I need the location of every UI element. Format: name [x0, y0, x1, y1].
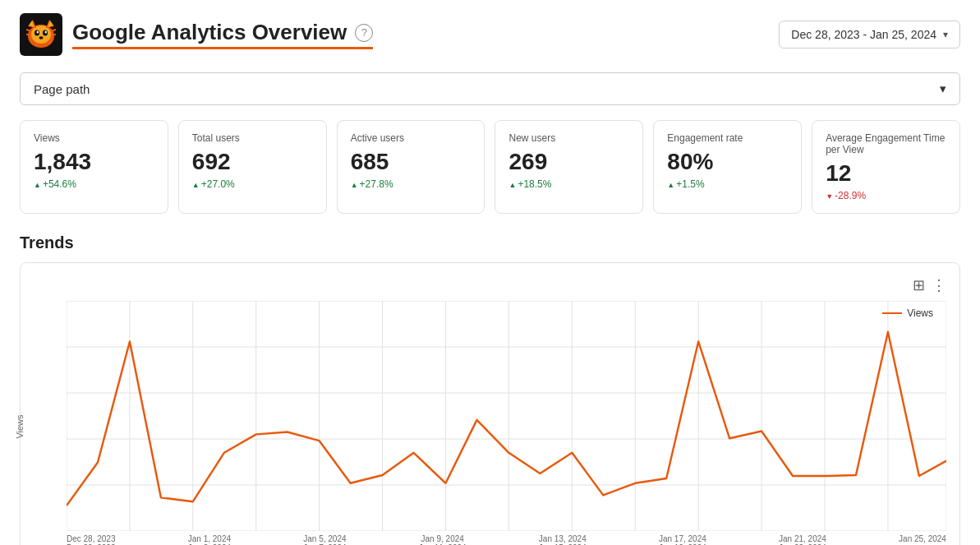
x-label: Jan 1, 2024 Jan 3, 2024 — [188, 534, 231, 545]
chart-area: 150 100 50 0 — [67, 301, 946, 531]
metric-change: +54.6% — [34, 178, 154, 190]
date-range-selector[interactable]: Dec 28, 2023 - Jan 25, 2024 ▾ — [779, 21, 960, 48]
arrow-up-icon — [192, 178, 200, 190]
arrow-down-icon — [826, 190, 833, 201]
metrics-row: Views1,843 +54.6%Total users692 +27.0%Ac… — [20, 120, 960, 214]
metric-change: -28.9% — [826, 190, 946, 201]
metric-card-1: Total users692 +27.0% — [178, 120, 327, 214]
x-label: Jan 5, 2024 Jan 7, 2024 — [303, 534, 346, 545]
x-label: Jan 9, 2024 Jan 11, 2024 — [419, 534, 467, 545]
metric-label: Active users — [351, 132, 472, 144]
title-underline — [72, 47, 373, 49]
page-title: Google Analytics Overview — [72, 20, 347, 45]
arrow-up-icon — [351, 178, 358, 190]
x-label: Dec 28, 2023 Dec 30, 2023 — [67, 534, 116, 545]
metric-change-text: +1.5% — [676, 178, 704, 190]
metric-change: +1.5% — [667, 178, 788, 190]
main-container: Google Analytics Overview ? Dec 28, 2023… — [0, 0, 980, 545]
metric-label: Engagement rate — [667, 132, 788, 144]
metric-label: Average Engagement Time per View — [826, 132, 946, 155]
header: Google Analytics Overview ? Dec 28, 2023… — [20, 13, 960, 56]
x-axis-labels: Dec 28, 2023 Dec 30, 2023 Jan 1, 2024 Ja… — [67, 531, 946, 545]
metric-card-4: Engagement rate80% +1.5% — [653, 120, 802, 214]
help-icon[interactable]: ? — [355, 24, 373, 42]
trends-title: Trends — [20, 233, 960, 252]
x-label: Jan 21, 2024 Jan 23, 2024 — [779, 534, 826, 545]
legend-line — [882, 312, 902, 314]
metric-change: +27.8% — [351, 178, 472, 190]
metric-label: Views — [34, 132, 154, 144]
arrow-up-icon — [508, 178, 516, 190]
metric-value: 685 — [351, 149, 472, 175]
legend-label: Views — [907, 307, 933, 319]
x-label: Jan 25, 2024 — [899, 534, 946, 545]
svg-point-10 — [45, 31, 47, 34]
metric-change-text: +27.8% — [360, 178, 393, 190]
date-range-label: Dec 28, 2023 - Jan 25, 2024 — [791, 28, 936, 41]
metric-card-3: New users269 +18.5% — [495, 120, 643, 214]
metric-card-2: Active users685 +27.8% — [337, 120, 485, 214]
title-block: Google Analytics Overview ? — [72, 20, 373, 49]
metric-value: 80% — [667, 149, 788, 175]
page-path-selector[interactable]: Page path ▾ — [20, 72, 960, 105]
metric-value: 269 — [508, 149, 629, 175]
arrow-up-icon — [667, 178, 674, 190]
path-selector-chevron: ▾ — [940, 81, 946, 96]
line-chart-overlay — [67, 301, 946, 531]
chart-type-icon[interactable]: ⊞ — [913, 276, 925, 294]
metric-card-5: Average Engagement Time per View12 -28.9… — [812, 120, 960, 214]
metric-label: New users — [508, 132, 629, 144]
metric-change-text: -28.9% — [835, 190, 866, 201]
header-left: Google Analytics Overview ? — [20, 13, 373, 56]
metric-value: 12 — [826, 160, 946, 187]
chart-toolbar: ⊞ ⋮ — [34, 276, 946, 294]
metric-value: 692 — [192, 149, 313, 175]
chart-wrapper: Views 150 100 50 0 — [34, 301, 946, 545]
metric-change: +18.5% — [508, 178, 629, 190]
chart-container: ⊞ ⋮ Views 150 100 — [20, 262, 960, 545]
metric-change: +27.0% — [192, 178, 313, 190]
x-label: Jan 17, 2024 Jan 19, 2024 — [659, 534, 706, 545]
svg-point-11 — [39, 36, 44, 39]
trends-section: Trends ⊞ ⋮ Views — [20, 233, 960, 545]
y-axis-label: Views — [15, 414, 25, 438]
arrow-up-icon — [34, 178, 41, 190]
metric-change-text: +54.6% — [43, 178, 76, 190]
svg-point-9 — [37, 31, 39, 34]
metric-card-0: Views1,843 +54.6% — [20, 120, 168, 214]
svg-point-2 — [31, 25, 51, 44]
x-label: Jan 13, 2024 Jan 15, 2024 — [539, 534, 587, 545]
chart-more-icon[interactable]: ⋮ — [932, 276, 946, 294]
metric-change-text: +27.0% — [201, 178, 235, 190]
metric-label: Total users — [192, 132, 313, 144]
path-selector-label: Page path — [34, 82, 90, 96]
metric-change-text: +18.5% — [518, 178, 551, 190]
chevron-down-icon: ▾ — [943, 29, 948, 40]
metric-value: 1,843 — [34, 149, 154, 175]
brand-logo — [20, 13, 62, 56]
chart-legend: Views — [882, 307, 933, 319]
